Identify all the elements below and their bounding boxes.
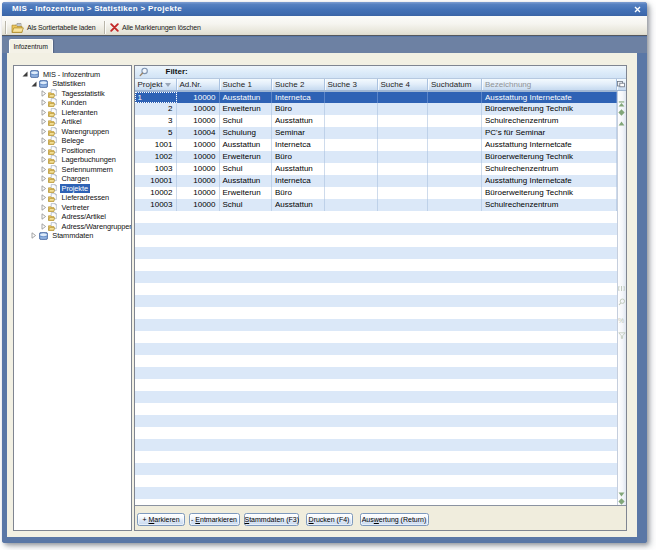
tree-expander-expanded-icon[interactable]: [31, 80, 37, 88]
sort-descending-icon: [165, 83, 171, 87]
footer-button-auswertung-return[interactable]: Auswertung (Return): [360, 513, 429, 526]
nav-funnel-icon[interactable]: [618, 325, 626, 343]
tree-expander-collapsed-icon[interactable]: [41, 89, 47, 97]
cell-suchdatum: [428, 127, 482, 139]
scroll-up-icon[interactable]: [618, 112, 626, 130]
cell-suche-4: [378, 199, 429, 211]
tree-item-positionen[interactable]: Positionen: [14, 146, 131, 156]
grid-row-1003[interactable]: 100310000SchulAusstattunSchulrechenzentr…: [135, 163, 617, 175]
grid-row-5[interactable]: 510004SchulungSeminarPC's für Seminar: [135, 127, 617, 139]
cell-suche-1: Ausstattun: [220, 92, 273, 103]
cell-projekt: 10001: [135, 175, 177, 187]
tree-panel: MIS - InfozentrumStatistikenTagesstatist…: [13, 65, 132, 531]
tree-expander-collapsed-icon[interactable]: [41, 184, 47, 192]
cell-suche-2: Internetca: [272, 139, 325, 151]
tree-folder-icon: [48, 212, 57, 221]
close-icon[interactable]: [632, 3, 644, 15]
column-header-ad-nr-[interactable]: Ad.Nr.: [177, 79, 220, 90]
column-header-suche-1[interactable]: Suche 1: [220, 79, 273, 90]
toolbar-button-load-sort-table[interactable]: Als Sortiertabelle laden: [11, 20, 95, 35]
tree-item-chargen[interactable]: Chargen: [14, 174, 131, 184]
cell-suche-3: [325, 115, 378, 127]
tree-expander-collapsed-icon[interactable]: [41, 175, 47, 183]
column-header-suche-2[interactable]: Suche 2: [272, 79, 325, 90]
cell-bezeichnung: Büroerweiterung Technik: [482, 151, 617, 163]
tree-item-artikel[interactable]: Artikel: [14, 117, 131, 127]
tree-folder-icon: [48, 136, 57, 145]
tree-folder-icon: [48, 117, 57, 126]
footer-button-entmarkieren[interactable]: - Entmarkieren: [189, 513, 240, 526]
grid-row-1001[interactable]: 100110000AusstattunInternetcaAusstattung…: [135, 139, 617, 151]
tree-item-adress-warengruppen[interactable]: Adress/Warengruppen: [14, 222, 131, 232]
cell-ad-nr-: 10000: [177, 151, 220, 163]
grid-scroll-strip[interactable]: %: [617, 91, 626, 505]
grid-filter-row[interactable]: Filter:: [135, 66, 626, 79]
grid-row-10002[interactable]: 1000210000ErweiterunBüroBüroerweiterung …: [135, 187, 617, 199]
tree-item-statistiken[interactable]: Statistiken: [14, 79, 131, 89]
column-header-suche-3[interactable]: Suche 3: [325, 79, 378, 90]
column-header-bezeichnung[interactable]: Bezeichnung: [482, 79, 617, 90]
tree-item-vertreter[interactable]: Vertreter: [14, 203, 131, 213]
column-header-suchdatum[interactable]: Suchdatum: [428, 79, 482, 90]
tree-expander-collapsed-icon[interactable]: [41, 127, 47, 135]
cell-ad-nr-: 10000: [177, 175, 220, 187]
cell-suche-1: Schul: [220, 115, 273, 127]
tree-item-lagerbuchungen[interactable]: Lagerbuchungen: [14, 155, 131, 165]
tree-item-projekte[interactable]: Projekte: [14, 184, 131, 194]
tree-expander-collapsed-icon[interactable]: [41, 213, 47, 221]
tree-expander-collapsed-icon[interactable]: [41, 203, 47, 211]
nav-search-icon[interactable]: [618, 292, 626, 310]
tree-item-mis-infozentrum[interactable]: MIS - Infozentrum: [14, 70, 131, 80]
tree-expander-collapsed-icon[interactable]: [41, 222, 47, 230]
footer-button-markieren[interactable]: + Markieren: [137, 513, 185, 526]
footer-button-bar: + Markieren- EntmarkierenStammdaten (F3)…: [135, 506, 626, 531]
tree-item-adress-artikel[interactable]: Adress/Artikel: [14, 212, 131, 222]
tree-item-belege[interactable]: Belege: [14, 136, 131, 146]
grid-row-3[interactable]: 310000SchulAusstattunSchulrechenzentrum: [135, 115, 617, 127]
tree-item-tagesstatistik[interactable]: Tagesstatistik: [14, 89, 131, 99]
tree-expander-collapsed-icon[interactable]: [41, 118, 47, 126]
column-header-label: Suchdatum: [431, 80, 471, 89]
cell-suche-2: Internetca: [272, 92, 325, 103]
red-x-icon: [110, 23, 119, 32]
footer-button-drucken-f4[interactable]: Drucken (F4): [306, 513, 353, 526]
tree-expander-collapsed-icon[interactable]: [41, 108, 47, 116]
footer-button-stammdaten-f3[interactable]: Stammdaten (F3): [244, 513, 299, 526]
tree-expander-collapsed-icon[interactable]: [31, 232, 37, 240]
column-chooser-button[interactable]: [617, 79, 626, 90]
tree-expander-collapsed-icon[interactable]: [41, 194, 47, 202]
tree-expander-collapsed-icon[interactable]: [41, 146, 47, 154]
tree-expander-expanded-icon[interactable]: [22, 70, 28, 78]
cell-suche-2: Büro: [272, 103, 325, 115]
tree-item-lieferadressen[interactable]: Lieferadressen: [14, 193, 131, 203]
tree-expander-collapsed-icon[interactable]: [41, 99, 47, 107]
tree-item-warengruppen[interactable]: Warengruppen: [14, 127, 131, 137]
toolbar-button-clear-marks[interactable]: Alle Markierungen löschen: [110, 20, 201, 35]
tabstrip: Infozentrum: [2, 37, 647, 54]
grid-row-1[interactable]: 110000AusstattunInternetcaAusstattung In…: [135, 91, 617, 103]
grid-row-10001[interactable]: 1000110000AusstattunInternetcaAusstattun…: [135, 175, 617, 187]
tree-item-kunden[interactable]: Kunden: [14, 98, 131, 108]
column-header-label: Suche 1: [223, 80, 252, 89]
grid-row-2[interactable]: 210000ErweiterunBüroBüroerweiterung Tech…: [135, 103, 617, 115]
tab-infozentrum[interactable]: Infozentrum: [9, 39, 53, 54]
tree-expander-collapsed-icon[interactable]: [41, 156, 47, 164]
grid-row-10003[interactable]: 1000310000SchulAusstattunSchulrechenzent…: [135, 199, 617, 211]
toolbar-button-load-label: Als Sortiertabelle laden: [27, 24, 95, 31]
tree-expander-collapsed-icon[interactable]: [41, 165, 47, 173]
cell-suche-1: Schulung: [220, 127, 273, 139]
cell-suche-3: [325, 163, 378, 175]
cell-suchdatum: [428, 187, 482, 199]
tree-item-label: Statistiken: [50, 79, 87, 88]
column-header-projekt[interactable]: Projekt: [135, 79, 177, 90]
grid-row-1002[interactable]: 100210000ErweiterunBüroBüroerweiterung T…: [135, 151, 617, 163]
tree-item-stammdaten[interactable]: Stammdaten: [14, 231, 131, 241]
cell-suchdatum: [428, 199, 482, 211]
tree-item-seriennummern[interactable]: Seriennummern: [14, 165, 131, 175]
column-header-suche-4[interactable]: Suche 4: [378, 79, 429, 90]
tree-item-lieferanten[interactable]: Lieferanten: [14, 108, 131, 118]
tree-folder-icon: [48, 184, 57, 193]
tree-folder-icon: [48, 98, 57, 107]
cell-ad-nr-: 10000: [177, 103, 220, 115]
tree-expander-collapsed-icon[interactable]: [41, 137, 47, 145]
